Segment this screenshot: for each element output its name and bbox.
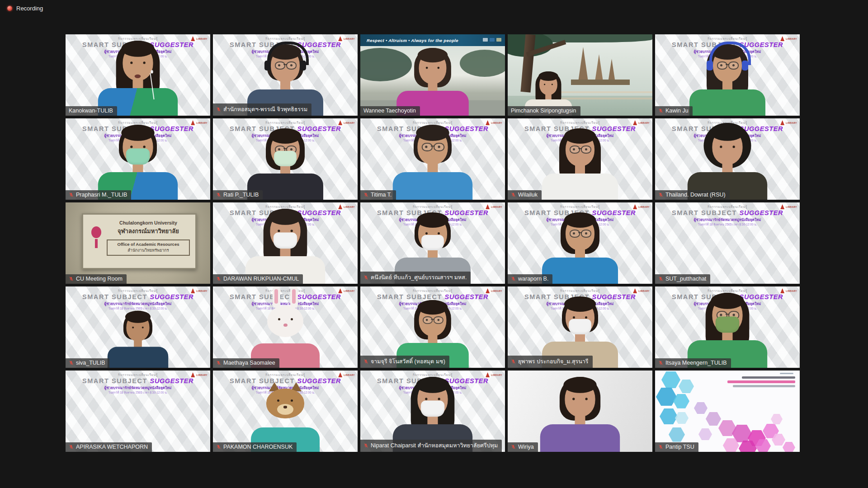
muted-mic-icon bbox=[658, 108, 663, 113]
participant-name-label: สำนักหอสมุดฯ-พรรณี จิวพุทธิธรรม bbox=[223, 105, 307, 114]
participant-tile[interactable]: กิจกรรมแลกเปลี่ยนเรียนรู้SMART SUBJECT S… bbox=[360, 286, 505, 368]
participant-name-label: Praphasri M._TULIB bbox=[76, 192, 127, 198]
hair-fringe bbox=[125, 311, 151, 323]
glasses-lens bbox=[581, 145, 591, 154]
hair-fringe bbox=[416, 125, 449, 141]
sign-line-en-university: Chulalongkorn University bbox=[106, 220, 191, 225]
participant-tile[interactable]: กิจกรรมแลกเปลี่ยนเรียนรู้SMART SUBJECT S… bbox=[508, 286, 652, 368]
participant-tile[interactable]: กิจกรรมแลกเปลี่ยนเรียนรู้SMART SUBJECT S… bbox=[655, 286, 800, 368]
torso bbox=[108, 347, 168, 368]
library-logo-icon bbox=[633, 120, 637, 125]
eye bbox=[291, 230, 293, 232]
library-logo: LIBRARY bbox=[338, 36, 355, 41]
participant-tile[interactable]: กิจกรรมแลกเปลี่ยนเรียนรู้SMART SUBJECT S… bbox=[360, 118, 505, 200]
face-mask bbox=[569, 319, 591, 334]
library-logo-icon bbox=[780, 288, 784, 293]
hair-fringe bbox=[564, 212, 596, 228]
sign-line-th-university: จุฬาลงกรณ์มหาวิทยาลัย bbox=[106, 226, 191, 236]
recording-indicator: Recording bbox=[7, 5, 43, 12]
eye bbox=[544, 84, 545, 85]
street-banner-logos bbox=[483, 38, 501, 42]
university-sign-panel: Chulalongkorn Universityจุฬาลงกรณ์มหาวิท… bbox=[82, 213, 197, 269]
participant-tile[interactable]: Pimchanok Siripongtugsin bbox=[508, 34, 652, 116]
eye bbox=[733, 145, 735, 148]
participant-tile[interactable]: กิจกรรมแลกเปลี่ยนเรียนรู้SMART SUBJECT S… bbox=[655, 118, 800, 200]
library-logo-text: LIBRARY bbox=[491, 290, 502, 292]
face-mask bbox=[126, 149, 150, 165]
rabbit-avatar-nose bbox=[283, 324, 288, 327]
participant-tile[interactable]: Chulalongkorn Universityจุฬาลงกรณ์มหาวิท… bbox=[66, 202, 210, 284]
participant-tile[interactable]: กิจกรรมแลกเปลี่ยนเรียนรู้SMART SUBJECT S… bbox=[213, 371, 358, 452]
library-logo: LIBRARY bbox=[338, 288, 355, 293]
rabbit-avatar-ear-inner bbox=[274, 289, 278, 304]
participant-tile[interactable]: Wiriya bbox=[508, 371, 652, 452]
muted-mic-icon bbox=[69, 444, 74, 450]
library-logo-text: LIBRARY bbox=[786, 290, 797, 292]
participant-name-label: waraporn B. bbox=[518, 276, 548, 282]
banner-pretitle: กิจกรรมแลกเปลี่ยนเรียนรู้ bbox=[655, 205, 800, 209]
street-banner-logo-icon bbox=[490, 38, 495, 42]
hair-fringe bbox=[711, 125, 744, 141]
participant-grid: กิจกรรมแลกเปลี่ยนเรียนรู้SMART SUBJECT S… bbox=[66, 34, 800, 452]
participant-tile[interactable]: Respect • Altruism • Always for the peop… bbox=[360, 34, 505, 116]
library-logo: LIBRARY bbox=[486, 120, 502, 125]
participant-name-tag: Pantip TSU bbox=[655, 442, 698, 452]
participant-tile[interactable]: กิจกรรมแลกเปลี่ยนเรียนรู้SMART SUBJECT S… bbox=[213, 202, 358, 284]
participant-tile[interactable]: กิจกรรมแลกเปลี่ยนเรียนรู้SMART SUBJECT S… bbox=[655, 34, 800, 116]
muted-mic-icon bbox=[658, 444, 663, 450]
participant-tile[interactable]: กิจกรรมแลกเปลี่ยนเรียนรู้SMART SUBJECT S… bbox=[508, 202, 652, 284]
participant-name-tag: waraporn B. bbox=[508, 274, 552, 284]
participant-name-tag: ยุพาพร ประกอบกิจ_ม.สุรนารี bbox=[508, 356, 593, 368]
sign-line-en-office: Office of Academic Resources bbox=[109, 242, 187, 247]
participant-tile[interactable]: กิจกรรมแลกเปลี่ยนเรียนรู้SMART SUBJECT S… bbox=[213, 34, 358, 116]
muted-mic-icon bbox=[216, 444, 221, 450]
hair-fringe bbox=[121, 41, 155, 57]
library-logo-icon bbox=[191, 288, 195, 293]
library-logo-text: LIBRARY bbox=[196, 38, 208, 40]
participant-tile[interactable]: กิจกรรมแลกเปลี่ยนเรียนรู้SMART SUBJECT S… bbox=[66, 371, 210, 452]
hair-fringe bbox=[121, 125, 155, 141]
participant-name-label: Wannee Taechoyotin bbox=[363, 108, 416, 114]
participant-tile[interactable]: Pantip TSU bbox=[655, 371, 800, 452]
library-logo-icon bbox=[338, 288, 342, 293]
torso bbox=[542, 258, 618, 284]
eye bbox=[573, 316, 575, 319]
participant-tile[interactable]: กิจกรรมแลกเปลี่ยนเรียนรู้SMART SUBJECT S… bbox=[213, 118, 358, 200]
eye bbox=[143, 145, 146, 148]
participant-tile[interactable]: กิจกรรมแลกเปลี่ยนเรียนรู้SMART SUBJECT S… bbox=[66, 34, 210, 116]
participant-tile[interactable]: กิจกรรมแลกเปลี่ยนเรียนรู้SMART SUBJECT S… bbox=[360, 371, 505, 452]
participant-name-label: Kanokwan-TULIB bbox=[69, 108, 113, 114]
participant-tile[interactable]: กิจกรรมแลกเปลี่ยนเรียนรู้SMART SUBJECT S… bbox=[508, 118, 652, 200]
rabbit-avatar-eye bbox=[291, 318, 293, 320]
participant-person bbox=[90, 118, 185, 200]
muted-mic-icon bbox=[363, 443, 368, 448]
participant-name-tag: Wiriya bbox=[508, 442, 538, 452]
library-logo-text: LIBRARY bbox=[638, 122, 650, 124]
eye bbox=[585, 398, 588, 400]
slide-logo-mark bbox=[780, 373, 793, 374]
participant-name-tag: Rati P._TULIB bbox=[213, 190, 263, 200]
library-logo: LIBRARY bbox=[338, 372, 355, 377]
muted-mic-icon bbox=[69, 276, 74, 282]
participant-name-tag: CU Meeting Room bbox=[66, 274, 127, 284]
slide-title-text-line bbox=[733, 385, 795, 387]
banner-pretitle: กิจกรรมแลกเปลี่ยนเรียนรู้ bbox=[66, 289, 210, 293]
hair-fringe bbox=[418, 48, 448, 62]
university-emblem-crown bbox=[91, 226, 101, 238]
muted-mic-icon bbox=[363, 275, 368, 280]
library-logo: LIBRARY bbox=[633, 120, 650, 125]
earphone-bud bbox=[151, 70, 153, 73]
participant-tile[interactable]: กิจกรรมแลกเปลี่ยนเรียนรู้SMART SUBJECT S… bbox=[360, 202, 505, 284]
participant-tile[interactable]: กิจกรรมแลกเปลี่ยนเรียนรู้SMART SUBJECT S… bbox=[66, 118, 210, 200]
participant-name-tag: Itsaya Meengern_TULIB bbox=[655, 358, 731, 368]
participant-tile[interactable]: กิจกรรมแลกเปลี่ยนเรียนรู้SMART SUBJECT S… bbox=[655, 202, 800, 284]
participant-name-tag: Niparat Chaiparsit สำนักหอสมุดมหาวิทยาลั… bbox=[360, 440, 502, 452]
participant-tile[interactable]: กิจกรรมแลกเปลี่ยนเรียนรู้SMART SUBJECT S… bbox=[213, 286, 358, 368]
university-sign-text: Chulalongkorn Universityจุฬาลงกรณ์มหาวิท… bbox=[106, 220, 191, 256]
participant-tile[interactable]: กิจกรรมแลกเปลี่ยนเรียนรู้SMART SUBJECT S… bbox=[66, 286, 210, 368]
glasses-bridge bbox=[431, 145, 434, 146]
participant-name-tag: Maethaya Saomalee bbox=[213, 358, 279, 368]
recording-dot-icon bbox=[7, 6, 12, 11]
headphones-cup bbox=[300, 61, 306, 70]
sign-line-th-office: สำนักงานวิทยทรัพยากร bbox=[109, 247, 187, 253]
